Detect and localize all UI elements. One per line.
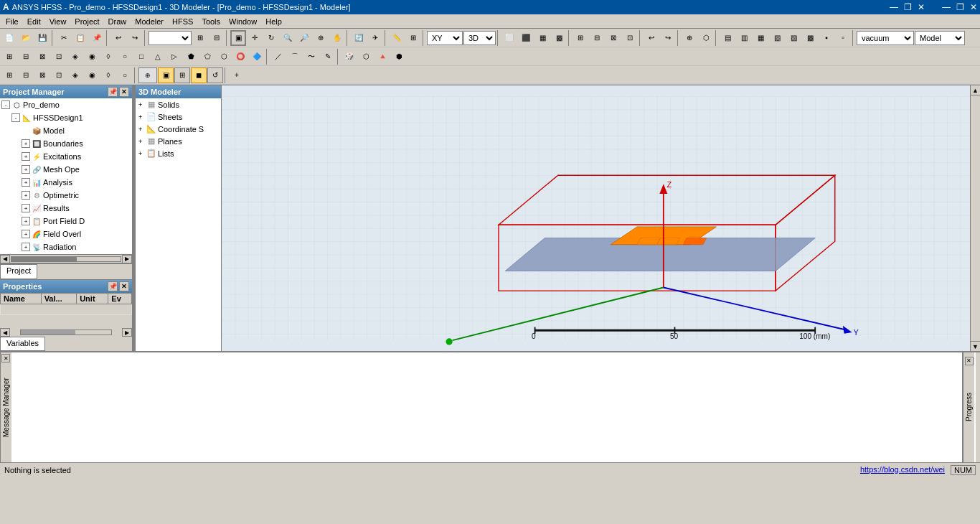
tb-arc[interactable]: ⌒ [287,49,303,65]
tb-select[interactable]: ▣ [230,30,246,46]
tree-results[interactable]: + 📈 Results [0,202,132,215]
tb-snap[interactable]: ⊞ [192,30,208,46]
tb-r2[interactable]: ⊟ [18,49,34,65]
tb-redo[interactable]: ↪ [127,30,143,46]
mt-expand-sheets[interactable]: + [138,113,146,121]
tree-expand-hfss[interactable]: - [11,113,20,122]
tb-r6[interactable]: ◉ [84,49,100,65]
tb-pan[interactable]: ✋ [329,30,345,46]
vscroll-track[interactable] [971,95,980,341]
menu-item-project[interactable]: Project [70,16,103,27]
tree-model[interactable]: + 📦 Model [0,124,132,137]
tree-expand-radiation[interactable]: + [22,243,30,251]
tb-snap-on[interactable]: ⊕ [682,30,697,46]
tb-b4[interactable]: ⊡ [622,30,638,46]
tb-b1[interactable]: ⊞ [573,30,588,46]
menu-item-help[interactable]: Help [261,16,286,27]
view-type-select[interactable]: 3DXYXZYZ [463,31,496,45]
mt-sheets[interactable]: + 📄 Sheets [136,111,221,123]
mt-expand-coord[interactable]: + [138,126,146,133]
menu-item-hfss[interactable]: HFSS [168,16,197,27]
props-close-btn[interactable]: ✕ [119,281,129,291]
snap-select[interactable] [149,31,192,45]
props-pin-btn[interactable]: 📌 [108,281,118,291]
minimize-btn[interactable]: — [942,2,951,12]
tb-measure[interactable]: 📏 [389,30,405,46]
menu-item-view[interactable]: View [45,16,71,27]
tb-s4[interactable]: ⊡ [51,67,67,83]
tb-u1[interactable]: + [229,67,245,83]
tb-3d2[interactable]: ⬡ [358,49,374,65]
tb-s2[interactable]: ⊟ [18,67,34,83]
tb-undo[interactable]: ↩ [110,30,126,46]
tb-t3[interactable]: ⊞ [174,67,190,83]
tb-rotate[interactable]: ↻ [263,30,279,46]
tb-r3[interactable]: ⊠ [34,49,50,65]
tree-radiation[interactable]: + 📡 Radiation [0,240,132,253]
tb-align[interactable]: ⊞ [405,30,421,46]
tb-t1[interactable]: ⊕ [138,67,157,83]
tb-open[interactable]: 📂 [18,30,34,46]
tb-r14[interactable]: ⬡ [216,49,232,65]
tb-b2[interactable]: ⊟ [589,30,605,46]
tb-t5[interactable]: ↺ [207,67,223,83]
props-hscroll-thumb[interactable] [21,330,75,334]
vscroll-up[interactable]: ▲ [971,85,980,95]
mt-expand-lists[interactable]: + [138,150,146,157]
tree-port-field[interactable]: + 📋 Port Field D [0,215,132,228]
tb-c3[interactable]: ▦ [753,30,768,46]
tb-v2[interactable]: ⬛ [518,30,534,46]
tb-c5[interactable]: ▨ [786,30,801,46]
tb-fit[interactable]: ⊕ [313,30,329,46]
close-btn[interactable]: ✕ [970,2,977,12]
tb-v3[interactable]: ▦ [534,30,550,46]
tb-r11[interactable]: ▷ [166,49,182,65]
tb-snap2[interactable]: ⊟ [209,30,225,46]
menu-item-edit[interactable]: Edit [23,16,45,27]
tb-r4[interactable]: ⊡ [51,49,67,65]
mt-planes[interactable]: + ▦ Planes [136,135,221,147]
tb-c4[interactable]: ▧ [769,30,785,46]
tb-r10[interactable]: △ [150,49,166,65]
pm-pin-btn[interactable]: 📌 [108,87,118,97]
tb-r16[interactable]: 🔷 [249,49,265,65]
tb-redo2[interactable]: ↪ [660,30,676,46]
inner-restore-btn[interactable]: ❐ [904,2,912,12]
tb-fly[interactable]: ✈ [367,30,383,46]
tb-r8[interactable]: ○ [117,49,133,65]
tb-v4[interactable]: ▩ [551,30,567,46]
tree-boundaries[interactable]: + 🔲 Boundaries [0,137,132,150]
tb-new[interactable]: 📄 [1,30,17,46]
project-tab[interactable]: Project [0,264,37,279]
props-hscroll-left[interactable]: ◀ [0,328,10,337]
menu-item-tools[interactable]: Tools [197,16,225,27]
tree-hfss-design[interactable]: - 📐 HFSSDesign1 [0,111,132,124]
tb-c2[interactable]: ▥ [736,30,752,46]
menu-item-modeler[interactable]: Modeler [131,16,168,27]
variables-tab-btn[interactable]: Variables [0,337,45,351]
coord-system-select[interactable]: XYXZYZ [427,31,463,45]
tb-r1[interactable]: ⊞ [1,49,17,65]
tb-c6[interactable]: ▩ [802,30,818,46]
tree-expand-port[interactable]: + [22,217,30,225]
tree-optimetric[interactable]: + ⚙ Optimetric [0,189,132,202]
tb-r12[interactable]: ⬟ [183,49,199,65]
tree-expand-mesh[interactable]: + [22,165,30,174]
tb-save[interactable]: 💾 [34,30,50,46]
tb-t4[interactable]: ◼ [191,67,207,83]
tb-s1[interactable]: ⊞ [1,67,17,83]
progress-close-btn[interactable]: ✕ [965,357,974,365]
tb-line[interactable]: ／ [270,49,286,65]
mt-coordinate[interactable]: + 📐 Coordinate S [136,123,221,135]
hscroll-left[interactable]: ◀ [0,255,10,263]
tb-r9[interactable]: □ [133,49,149,65]
material-select[interactable]: vacuum [857,31,914,45]
tb-r13[interactable]: ⬠ [199,49,215,65]
props-hscroll-right[interactable]: ▶ [122,328,132,337]
message-content[interactable] [11,352,962,462]
tree-expand-excitations[interactable]: + [22,152,30,161]
tb-c1[interactable]: ▤ [720,30,735,46]
tb-move[interactable]: ✛ [247,30,263,46]
tb-cut[interactable]: ✂ [56,30,72,46]
pm-close-btn[interactable]: ✕ [119,87,129,97]
